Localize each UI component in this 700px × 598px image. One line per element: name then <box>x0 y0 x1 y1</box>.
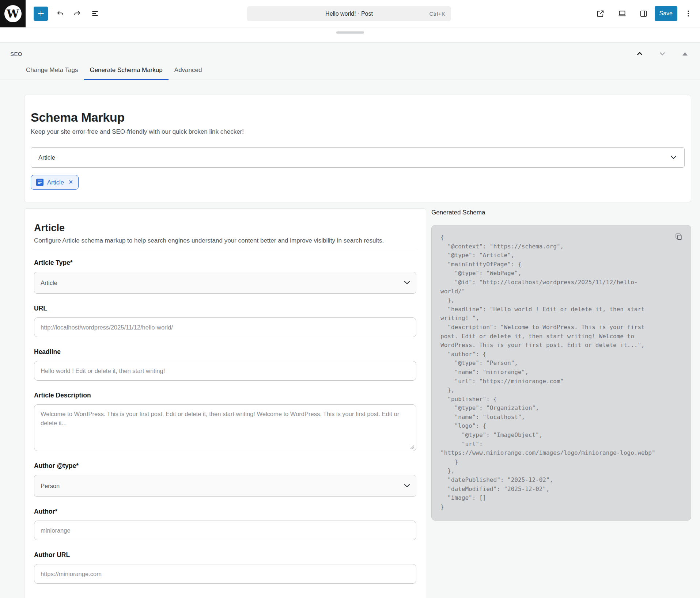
seo-metabox-panel: SEO Change Meta Tags Generat <box>0 42 700 598</box>
plus-icon <box>36 9 46 18</box>
tab-advanced[interactable]: Advanced <box>169 64 208 80</box>
headline-label: Headline <box>34 348 416 356</box>
article-type-label: Article Type* <box>34 259 416 267</box>
sidebar-panel-icon <box>639 9 648 18</box>
copy-schema-button[interactable] <box>674 232 684 241</box>
undo-button[interactable] <box>53 7 67 20</box>
seo-panel-header: SEO <box>0 43 700 58</box>
resize-handle-icon <box>410 445 414 449</box>
command-shortcut: Ctrl+K <box>430 11 446 17</box>
preview-button[interactable] <box>615 7 629 20</box>
seo-panel-title: SEO <box>10 51 22 57</box>
article-type-value: Article <box>41 279 57 286</box>
editor-topbar: W Hello world! · Post Ctrl+K <box>0 0 700 27</box>
seo-panel-tools <box>636 50 689 58</box>
url-field: URL http://localhost/wordpress/2025/11/1… <box>34 305 416 337</box>
article-form-card: Article Configure Article schema markup … <box>24 208 426 598</box>
inserter-toggle-button[interactable] <box>34 7 48 21</box>
triangle-up-icon <box>682 52 688 56</box>
tab-generate-schema-markup[interactable]: Generate Schema Markup <box>84 64 168 80</box>
command-center[interactable]: Hello world! · Post Ctrl+K <box>247 6 451 21</box>
editor-canvas-strip <box>0 31 700 42</box>
chevron-down-icon <box>404 482 410 488</box>
url-input[interactable]: http://localhost/wordpress/2025/11/12/he… <box>34 317 416 337</box>
author-url-label: Author URL <box>34 551 416 559</box>
schema-markup-subtitle: Keep your site error-free and SEO-friend… <box>31 128 685 136</box>
author-url-input[interactable]: https://miniorange.com <box>34 564 416 584</box>
document-title: Hello world! · Post <box>325 11 373 17</box>
tab-change-meta-tags[interactable]: Change Meta Tags <box>20 64 84 80</box>
headline-input-value: Hello world ! Edit or delete it, then st… <box>41 367 165 374</box>
author-label: Author* <box>34 508 416 515</box>
generated-schema-panel: Generated Schema { "@context": "https://… <box>431 208 691 521</box>
chevron-down-icon <box>404 279 410 285</box>
seo-tabs: Change Meta Tags Generate Schema Markup … <box>0 64 700 80</box>
panel-drag-handle[interactable] <box>336 31 364 34</box>
redo-button[interactable] <box>71 7 84 20</box>
redo-icon <box>73 9 82 18</box>
author-field: Author* miniorange <box>34 508 416 540</box>
kebab-menu-icon <box>684 9 693 18</box>
wordpress-logo[interactable]: W <box>0 0 26 27</box>
author-input-value: miniorange <box>41 527 71 534</box>
headline-field: Headline Hello world ! Edit or delete it… <box>34 348 416 381</box>
schema-markup-card: Schema Markup Keep your site error-free … <box>24 95 691 202</box>
chevron-down-icon <box>659 50 666 57</box>
article-type-field: Article Type* Article <box>34 259 416 294</box>
article-description-field: Article Description Welcome to WordPress… <box>34 392 416 451</box>
author-url-field: Author URL https://miniorange.com <box>34 551 416 584</box>
author-type-value: Person <box>41 483 60 490</box>
url-label: URL <box>34 305 416 312</box>
options-menu-button[interactable] <box>681 7 695 20</box>
wordpress-logo-icon: W <box>4 5 22 22</box>
collapse-panel-button[interactable] <box>681 50 689 58</box>
generated-schema-code: { "@context": "https://schema.org", "@ty… <box>440 233 682 511</box>
generated-schema-heading: Generated Schema <box>431 209 691 216</box>
move-up-button[interactable] <box>636 50 644 58</box>
undo-icon <box>55 9 65 18</box>
settings-sidebar-toggle[interactable] <box>637 7 651 20</box>
schema-content-row: Article Configure Article schema markup … <box>24 208 691 598</box>
copy-icon <box>675 233 683 241</box>
generated-schema-code-block: { "@context": "https://schema.org", "@ty… <box>431 225 691 521</box>
schema-type-select-value: Article <box>38 154 55 161</box>
view-post-button[interactable] <box>594 7 608 20</box>
article-description-textarea[interactable]: Welcome to WordPress. This is your first… <box>34 404 416 451</box>
move-down-button[interactable] <box>658 50 666 58</box>
article-description-value: Welcome to WordPress. This is your first… <box>41 411 399 426</box>
chevron-down-icon <box>671 153 677 159</box>
article-type-select[interactable]: Article <box>34 272 416 294</box>
url-input-value: http://localhost/wordpress/2025/11/12/he… <box>41 324 173 331</box>
article-form-description: Configure Article schema markup to help … <box>34 237 416 244</box>
author-type-select[interactable]: Person <box>34 475 416 497</box>
schema-markup-title: Schema Markup <box>31 110 685 125</box>
author-input[interactable]: miniorange <box>34 521 416 540</box>
author-type-field: Author @type* Person <box>34 462 416 497</box>
laptop-icon <box>617 9 627 18</box>
form-divider <box>34 250 416 250</box>
schema-type-select[interactable]: Article <box>31 147 685 168</box>
chip-remove-icon[interactable]: ✕ <box>68 179 73 185</box>
document-overview-icon <box>90 9 100 18</box>
article-schema-chip[interactable]: Article ✕ <box>31 175 79 190</box>
document-overview-button[interactable] <box>88 7 102 20</box>
wordpress-editor-screen: W Hello world! · Post Ctrl+K <box>0 0 700 598</box>
chevron-up-icon <box>636 50 643 57</box>
topbar-right-tools: Save <box>594 6 700 21</box>
article-form-heading: Article <box>34 222 416 234</box>
article-description-label: Article Description <box>34 392 416 399</box>
external-link-icon <box>596 9 605 18</box>
save-button[interactable]: Save <box>655 6 677 21</box>
headline-input[interactable]: Hello world ! Edit or delete it, then st… <box>34 361 416 381</box>
author-type-label: Author @type* <box>34 462 416 470</box>
author-url-input-value: https://miniorange.com <box>41 571 102 578</box>
chip-label: Article <box>47 179 64 186</box>
article-doc-icon <box>36 179 43 186</box>
